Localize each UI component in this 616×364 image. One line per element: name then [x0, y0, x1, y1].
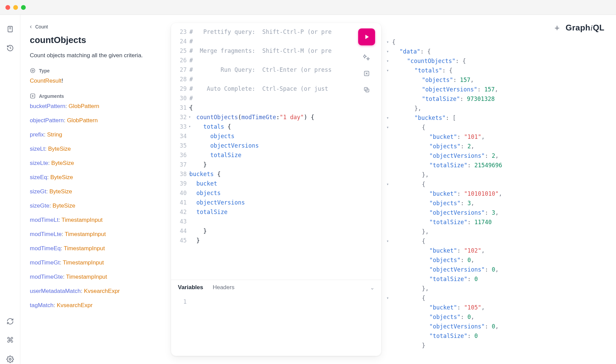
argument-row[interactable]: userMetadataMatch: KvsearchExpr: [30, 288, 164, 295]
argument-row[interactable]: sizeGt: ByteSize: [30, 188, 164, 195]
argument-row[interactable]: modTimeLt: TimestampInput: [30, 217, 164, 223]
variables-gutter: 1: [171, 297, 189, 348]
docs-icon[interactable]: [5, 24, 15, 34]
svg-point-3: [32, 70, 33, 71]
argument-row[interactable]: modTimeEq: TimestampInput: [30, 245, 164, 252]
run-button[interactable]: [358, 28, 375, 45]
editor-gutter: 2324252627282930313233343536373839404142…: [171, 27, 189, 280]
json-result[interactable]: ▾{▾"data": {▾"countObjects": {▾"totals":…: [386, 37, 613, 350]
result-type-link[interactable]: CountResult!: [30, 78, 164, 84]
argument-row[interactable]: bucketPattern: GlobPattern: [30, 103, 164, 110]
svg-point-1: [9, 358, 11, 360]
variables-editor[interactable]: [189, 297, 381, 348]
query-editor[interactable]: # Prettify query: Shift-Ctrl-P (or pre##…: [189, 27, 381, 280]
editor-bottom-tabs: Variables Headers ⌄: [171, 280, 381, 295]
argument-row[interactable]: sizeGte: ByteSize: [30, 202, 164, 209]
refresh-icon[interactable]: [5, 317, 15, 326]
argument-row[interactable]: sizeEq: ByteSize: [30, 174, 164, 181]
field-description: Count objects matching all the given cri…: [30, 52, 164, 59]
argument-row[interactable]: objectPattern: GlobPattern: [30, 117, 164, 124]
prettify-icon[interactable]: [362, 53, 371, 62]
window-close[interactable]: [5, 5, 10, 10]
docs-panel: ‹ Count countObjects Count objects match…: [20, 15, 171, 364]
copy-icon[interactable]: [362, 85, 371, 94]
argument-row[interactable]: tagMatch: KvsearchExpr: [30, 302, 164, 309]
type-section-label: Type: [30, 68, 164, 73]
side-rail: ⌘: [0, 15, 20, 364]
query-editor-card: 2324252627282930313233343536373839404142…: [171, 23, 381, 356]
breadcrumb-label: Count: [35, 24, 48, 29]
graphiql-logo: GraphiQL: [566, 23, 604, 33]
titlebar: [0, 0, 616, 15]
add-tab-button[interactable]: +: [555, 23, 559, 33]
argument-row[interactable]: modTimeGt: TimestampInput: [30, 259, 164, 266]
page-title: countObjects: [30, 35, 164, 45]
results-panel: + GraphiQL ▾{▾"data": {▾"countObjects": …: [384, 15, 616, 364]
argument-row[interactable]: modTimeLte: TimestampInput: [30, 231, 164, 238]
tab-headers[interactable]: Headers: [213, 284, 234, 291]
svg-point-2: [30, 68, 35, 73]
chevron-down-icon[interactable]: ⌄: [370, 284, 374, 291]
breadcrumb[interactable]: ‹ Count: [30, 23, 164, 30]
settings-icon[interactable]: [5, 355, 15, 364]
chevron-left-icon: ‹: [30, 23, 32, 30]
argument-row[interactable]: sizeLte: ByteSize: [30, 160, 164, 167]
window-minimize[interactable]: [13, 5, 18, 10]
argument-row[interactable]: sizeLt: ByteSize: [30, 146, 164, 152]
argument-list: bucketPattern: GlobPatternobjectPattern:…: [30, 103, 164, 309]
shortcuts-icon[interactable]: ⌘: [5, 336, 15, 345]
merge-icon[interactable]: [362, 69, 371, 78]
tab-variables[interactable]: Variables: [178, 284, 203, 291]
history-icon[interactable]: [5, 43, 15, 53]
window-zoom[interactable]: [21, 5, 26, 10]
argument-row[interactable]: modTimeGte: TimestampInput: [30, 274, 164, 280]
arguments-section-label: Arguments: [30, 93, 164, 99]
argument-row[interactable]: prefix: String: [30, 131, 164, 138]
